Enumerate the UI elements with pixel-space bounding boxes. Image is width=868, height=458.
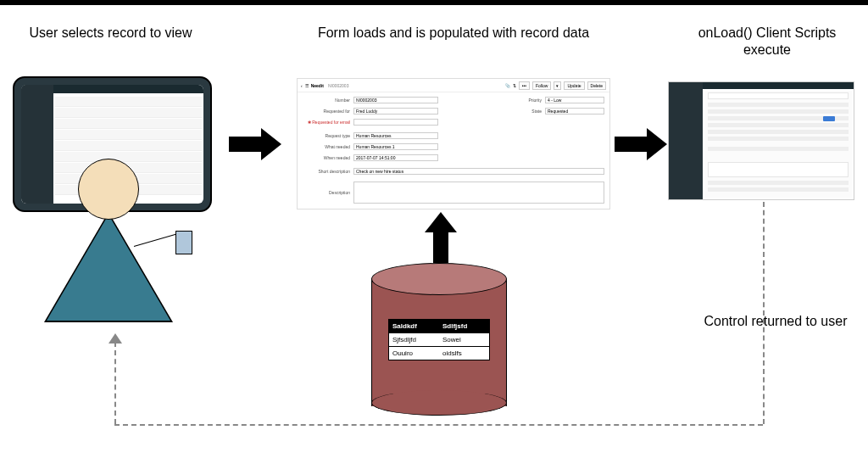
db-header-1: Saldkdf: [389, 320, 439, 332]
short-description-label: Short description: [303, 169, 353, 174]
attachment-icon: 📎: [505, 83, 510, 88]
follow-dropdown-icon: ▾: [554, 81, 561, 90]
ellipsis-button: •••: [519, 81, 530, 90]
requested-for-value: Fred Luddy: [353, 108, 438, 114]
number-value: NI0002003: [353, 97, 438, 103]
delete-button: Delete: [587, 81, 606, 90]
database-cylinder: Saldkdf Sdlfjsfd Sjfsdljfd Sowei Ouuiro …: [371, 263, 507, 416]
requested-for-email-label: ✱ Requested for email: [303, 120, 353, 125]
activity-icon: ⇅: [513, 83, 516, 88]
request-type-value: Human Resources: [353, 132, 438, 139]
number-label: Number: [303, 98, 353, 103]
description-label: Description: [303, 190, 353, 195]
priority-value: 4 - Low: [545, 97, 604, 103]
when-needed-value: 2017-07-07 14:51:00: [353, 154, 438, 161]
database-table: Saldkdf Sdlfjsfd Sjfsdljfd Sowei Ouuiro …: [388, 319, 490, 360]
caption-stage3-l2: execute: [678, 42, 856, 58]
description-value: [353, 182, 604, 204]
caption-stage2: Form loads and is populated with record …: [280, 25, 627, 41]
user-body: [47, 215, 170, 321]
state-value: Requested: [545, 108, 604, 114]
back-icon: ‹: [301, 83, 303, 88]
what-needed-label: What needed: [303, 144, 353, 149]
caption-stage3-l1: onLoad() Client Scripts: [678, 25, 856, 41]
form-record-id: NI0002003: [328, 83, 348, 88]
hamburger-icon: ☰: [305, 83, 309, 88]
short-description-value: Check on new hire status: [353, 168, 604, 175]
state-label: State: [511, 109, 545, 114]
when-needed-label: When needed: [303, 155, 353, 160]
db-cell-r2c1: Ouuiro: [389, 347, 439, 360]
user-head: [78, 159, 139, 220]
priority-label: Priority: [511, 98, 545, 103]
form-header: ‹ ☰ Needit NI0002003 📎 ⇅ ••• Follow ▾ Up…: [298, 79, 609, 92]
what-needed-value: Human Resources 1: [353, 143, 438, 150]
user-cup: [175, 231, 192, 254]
return-path-up: [114, 342, 116, 424]
return-path-left: [114, 424, 763, 426]
stage2-form: ‹ ☰ Needit NI0002003 📎 ⇅ ••• Follow ▾ Up…: [297, 78, 610, 209]
db-cell-r1c2: Sowei: [439, 333, 489, 346]
stage3-screenshot: [668, 81, 854, 200]
top-black-bar: [0, 0, 868, 5]
request-type-label: Request type: [303, 133, 353, 138]
requested-for-label: Requested for: [303, 109, 353, 114]
return-path-down: [763, 202, 765, 424]
caption-stage1: User selects record to view: [15, 25, 206, 41]
db-cell-r2c2: oidslfs: [439, 347, 489, 360]
db-header-2: Sdlfjsfd: [439, 320, 489, 332]
requested-for-email-value: [353, 119, 438, 126]
db-cell-r1c1: Sjfsdljfd: [389, 333, 439, 346]
update-button: Update: [564, 81, 584, 90]
caption-return: Control returned to user: [687, 314, 865, 329]
return-arrow-head: [108, 333, 122, 344]
form-title: Needit: [311, 83, 324, 88]
follow-button: Follow: [532, 81, 551, 90]
stage3-blue-button: [823, 116, 835, 121]
